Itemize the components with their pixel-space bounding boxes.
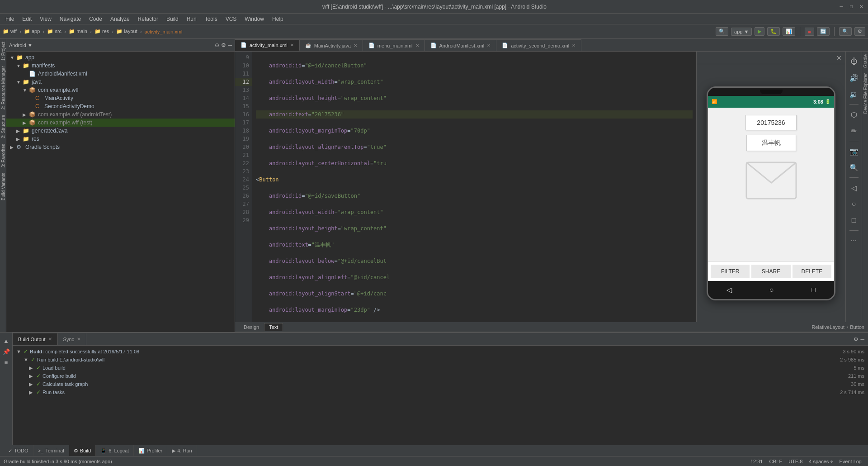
volume-low-btn[interactable]: 🔉 bbox=[848, 88, 860, 100]
debug-btn[interactable]: 🐛 bbox=[767, 27, 780, 36]
tree-item-manifests[interactable]: ▼ 📁 manifests bbox=[6, 62, 235, 70]
menu-edit[interactable]: Edit bbox=[19, 15, 35, 23]
menu-analyze[interactable]: Analyze bbox=[107, 15, 133, 23]
menu-file[interactable]: File bbox=[2, 15, 18, 23]
panel-label-variants[interactable]: Build Variants bbox=[0, 170, 6, 203]
share-button[interactable]: SHARE bbox=[751, 265, 790, 278]
build-tab-sync[interactable]: Sync ✕ bbox=[58, 333, 86, 345]
line-ending[interactable]: CRLF bbox=[766, 459, 785, 464]
tab-close-btn[interactable]: ✕ bbox=[354, 43, 357, 48]
tree-item-generatedjava[interactable]: ▶ 📁 generatedJava bbox=[6, 127, 235, 135]
breadcrumb-file[interactable]: activity_main.xml bbox=[145, 29, 183, 34]
zoom-btn[interactable]: 🔍 bbox=[848, 161, 860, 174]
power-tool-btn[interactable]: ⏻ bbox=[848, 55, 860, 68]
tree-item-mainactivity[interactable]: C MainActivity bbox=[6, 94, 235, 102]
more-btn[interactable]: ··· bbox=[848, 234, 860, 247]
tree-item-app[interactable]: ▼ 📁 app bbox=[6, 53, 235, 62]
run-tab[interactable]: ▶ 4: Run bbox=[167, 445, 197, 456]
panel-label-resource[interactable]: 2: Resource Manager bbox=[0, 63, 6, 112]
sync-tab-close[interactable]: ✕ bbox=[77, 337, 80, 342]
back-btn[interactable]: ◁ bbox=[848, 181, 860, 194]
square-btn[interactable]: □ bbox=[848, 214, 860, 227]
stop-btn[interactable]: ■ bbox=[805, 28, 814, 36]
tree-item-gradle[interactable]: ▶ ⚙ Gradle Scripts bbox=[6, 143, 235, 151]
gear-btn[interactable]: ⚙ bbox=[221, 42, 226, 48]
tree-item-test[interactable]: ▶ 📦 com.example.wff (test) bbox=[6, 119, 235, 127]
tab-mainactivity[interactable]: ☕ MainActivity.java ✕ bbox=[300, 39, 363, 51]
menu-vcs[interactable]: VCS bbox=[222, 15, 241, 23]
panel-label-favorites[interactable]: 3: Favorites bbox=[0, 141, 6, 170]
preview-close-btn[interactable]: ✕ bbox=[836, 54, 842, 62]
volume-high-btn[interactable]: 🔊 bbox=[848, 71, 860, 84]
settings-gear-btn[interactable]: ⚙ bbox=[854, 27, 865, 36]
tab-menu-main[interactable]: 📄 menu_main.xml ✕ bbox=[363, 39, 425, 51]
window-controls[interactable]: ─ □ ✕ bbox=[838, 4, 864, 10]
build-item-3[interactable]: ▶ ✓ Configure build 211 ms bbox=[13, 372, 868, 380]
event-log[interactable]: Event Log bbox=[836, 459, 864, 464]
todo-tab[interactable]: ✓ TODO bbox=[4, 445, 33, 456]
run-btn[interactable]: ▶ bbox=[755, 27, 764, 36]
breadcrumb-layout[interactable]: 📁 layout bbox=[116, 29, 137, 34]
close-button[interactable]: ✕ bbox=[858, 4, 864, 10]
build-tab-close[interactable]: ✕ bbox=[48, 337, 52, 342]
run-config-btn[interactable]: app ▼ bbox=[731, 28, 752, 36]
menu-code[interactable]: Code bbox=[85, 15, 106, 23]
profile-btn[interactable]: 📊 bbox=[783, 27, 795, 36]
build-pin-btn[interactable]: 📌 bbox=[2, 347, 11, 356]
indent[interactable]: 4 spaces ÷ bbox=[806, 459, 835, 464]
terminal-tab[interactable]: >_ Terminal bbox=[33, 445, 69, 456]
menu-build[interactable]: Build bbox=[163, 15, 182, 23]
tree-item-package[interactable]: ▼ 📦 com.example.wff bbox=[6, 86, 235, 94]
encoding[interactable]: UTF-8 bbox=[786, 459, 805, 464]
build-item-0[interactable]: ▼ ✓ Build: completed successfully at 201… bbox=[13, 347, 868, 356]
breadcrumb-button[interactable]: Button bbox=[850, 324, 864, 330]
breadcrumb-relativelayout[interactable]: RelativeLayout bbox=[811, 324, 844, 330]
logcat-tab[interactable]: 📱 6: Logcat bbox=[96, 445, 134, 456]
menu-help[interactable]: Help bbox=[269, 15, 287, 23]
menu-view[interactable]: View bbox=[36, 15, 55, 23]
code-content[interactable]: android:id="@+id/cancelButton" android:l… bbox=[252, 52, 696, 322]
build-tab-output[interactable]: Build Output ✕ bbox=[13, 333, 58, 345]
pen-btn[interactable]: ✏ bbox=[848, 124, 860, 137]
project-panel-dropdown[interactable]: Android ▼ bbox=[9, 43, 33, 48]
menu-navigate[interactable]: Navigate bbox=[56, 15, 85, 23]
tree-item-androidtest[interactable]: ▶ 📦 com.example.wff (androidTest) bbox=[6, 110, 235, 119]
gradle-panel-label[interactable]: Gradle bbox=[862, 52, 868, 71]
breadcrumb-res[interactable]: 📁 res bbox=[94, 29, 109, 34]
tab-androidmanifest[interactable]: 📄 AndroidManifest.xml ✕ bbox=[425, 39, 497, 51]
tab-close-btn[interactable]: ✕ bbox=[572, 43, 576, 48]
tab-activity-main[interactable]: 📄 activity_main.xml ✕ bbox=[235, 39, 300, 51]
scope-btn[interactable]: ⊙ bbox=[215, 42, 219, 48]
toolbar-search-btn[interactable]: 🔍 bbox=[716, 27, 728, 36]
delete-button[interactable]: DELETE bbox=[793, 265, 831, 278]
tab-activity-second[interactable]: 📄 activity_second_demo.xml ✕ bbox=[496, 39, 581, 51]
tab-close-btn[interactable]: ✕ bbox=[415, 43, 419, 48]
panel-label-project[interactable]: 1: Project bbox=[0, 39, 6, 63]
tab-design[interactable]: Design bbox=[239, 323, 264, 331]
build-up-btn[interactable]: ▲ bbox=[2, 336, 11, 345]
menu-window[interactable]: Window bbox=[241, 15, 268, 23]
breadcrumb-app[interactable]: 📁 app bbox=[24, 29, 40, 34]
build-filter-btn[interactable]: ≡ bbox=[2, 358, 11, 367]
filter-button[interactable]: FILTER bbox=[711, 265, 750, 278]
tree-item-androidmanifest[interactable]: 📄 AndroidManifest.xml bbox=[6, 70, 235, 78]
build-item-5[interactable]: ▶ ✓ Run tasks 2 s 714 ms bbox=[13, 388, 868, 396]
panel-label-structure[interactable]: 2: Structure bbox=[0, 112, 6, 141]
tree-item-res[interactable]: ▶ 📁 res bbox=[6, 135, 235, 143]
minimize-button[interactable]: ─ bbox=[838, 4, 844, 10]
tab-close-btn[interactable]: ✕ bbox=[290, 43, 294, 48]
menu-refactor[interactable]: Refactor bbox=[134, 15, 162, 23]
build-settings-btn[interactable]: ⚙ bbox=[854, 336, 859, 342]
device-file-explorer-label[interactable]: Device File Explorer bbox=[862, 71, 868, 116]
cursor-position[interactable]: 12:31 bbox=[748, 459, 766, 464]
tree-item-java[interactable]: ▼ 📁 java bbox=[6, 78, 235, 86]
profiler-tab[interactable]: 📊 Profiler bbox=[134, 445, 167, 456]
menu-tools[interactable]: Tools bbox=[201, 15, 221, 23]
camera-btn[interactable]: 📷 bbox=[848, 145, 860, 157]
build-item-4[interactable]: ▶ ✓ Calculate task graph 30 ms bbox=[13, 380, 868, 388]
tab-text[interactable]: Text bbox=[264, 323, 283, 331]
breadcrumb-src[interactable]: 📁 src bbox=[47, 29, 61, 34]
collapse-btn[interactable]: ─ bbox=[228, 42, 232, 48]
global-search-btn[interactable]: 🔍 bbox=[839, 27, 852, 36]
maximize-button[interactable]: □ bbox=[848, 4, 854, 10]
